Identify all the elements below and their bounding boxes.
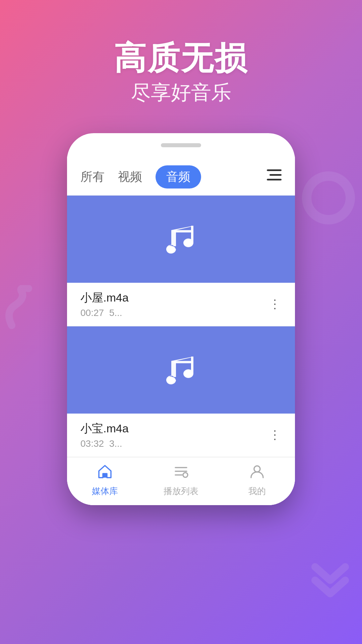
- nav-label-playlist: 播放列表: [164, 485, 198, 497]
- svg-rect-13: [174, 361, 193, 363]
- svg-point-18: [183, 473, 188, 477]
- media-title-2: 小宝.m4a: [80, 421, 129, 436]
- svg-rect-6: [174, 230, 176, 246]
- music-note-icon-1: [164, 221, 198, 258]
- svg-point-0: [307, 176, 350, 220]
- bottom-nav: 媒体库 播放列表: [67, 457, 295, 505]
- media-details-1: 小屋.m4a 00:27 5...: [80, 290, 129, 318]
- svg-point-10: [184, 370, 193, 377]
- phone-mockup: 所有 视频 音频: [67, 133, 295, 505]
- media-details-2: 小宝.m4a 03:32 3...: [80, 421, 129, 449]
- svg-rect-14: [103, 474, 107, 478]
- media-info-2: 小宝.m4a 03:32 3... ⋮: [67, 414, 295, 457]
- list-icon: [173, 464, 189, 483]
- svg-rect-7: [191, 226, 193, 240]
- nav-label-media: 媒体库: [92, 485, 118, 497]
- nav-item-mine[interactable]: 我的: [219, 464, 295, 497]
- home-icon: [97, 464, 113, 483]
- user-icon: [249, 464, 265, 483]
- tab-all[interactable]: 所有: [80, 169, 105, 185]
- bg-circle-shape: [298, 168, 359, 228]
- svg-rect-2: [269, 174, 282, 176]
- media-meta-2: 03:32 3...: [80, 438, 129, 449]
- tab-video[interactable]: 视频: [118, 169, 142, 185]
- svg-rect-11: [174, 361, 176, 377]
- nav-item-media[interactable]: 媒体库: [67, 464, 143, 497]
- more-button-1[interactable]: ⋮: [269, 301, 282, 308]
- main-title: 高质无损: [0, 40, 362, 76]
- header-section: 高质无损 尽享好音乐: [0, 0, 362, 126]
- bg-chevron-shape: [305, 553, 355, 604]
- svg-rect-3: [267, 179, 282, 180]
- svg-rect-1: [267, 169, 282, 171]
- media-info-1: 小屋.m4a 00:27 5... ⋮: [67, 283, 295, 326]
- media-item-1: 小屋.m4a 00:27 5... ⋮: [67, 196, 295, 326]
- phone-speaker: [161, 143, 201, 147]
- tab-audio[interactable]: 音频: [156, 165, 201, 189]
- nav-label-mine: 我的: [248, 485, 266, 497]
- app-header: 所有 视频 音频: [67, 155, 295, 196]
- media-title-1: 小屋.m4a: [80, 290, 129, 306]
- nav-item-playlist[interactable]: 播放列表: [143, 464, 219, 497]
- music-note-icon-2: [164, 352, 198, 388]
- sub-title: 尽享好音乐: [0, 79, 362, 106]
- bg-squiggle-shape: [2, 285, 52, 335]
- more-button-2[interactable]: ⋮: [269, 431, 282, 439]
- media-meta-1: 00:27 5...: [80, 308, 129, 318]
- svg-point-9: [166, 377, 176, 383]
- phone-screen: 所有 视频 音频: [67, 155, 295, 505]
- svg-rect-12: [191, 357, 193, 371]
- svg-rect-8: [174, 230, 193, 232]
- media-item-2: 小宝.m4a 03:32 3... ⋮: [67, 326, 295, 457]
- svg-point-5: [184, 239, 193, 246]
- tab-group: 所有 视频 音频: [80, 165, 201, 189]
- media-thumbnail-1[interactable]: [67, 196, 295, 283]
- svg-point-4: [166, 246, 176, 253]
- menu-icon[interactable]: [267, 169, 282, 184]
- svg-point-19: [254, 466, 260, 472]
- media-thumbnail-2[interactable]: [67, 326, 295, 414]
